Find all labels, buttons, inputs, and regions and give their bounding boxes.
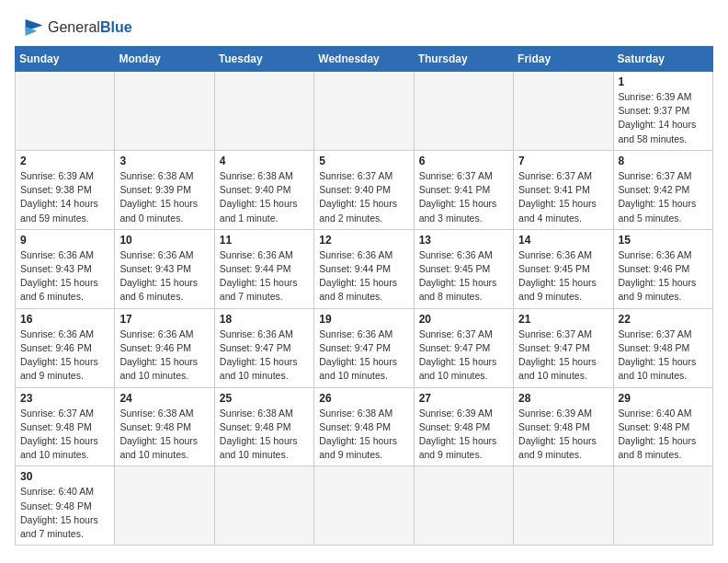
calendar-cell xyxy=(214,72,313,151)
day-info: Sunrise: 6:38 AMSunset: 9:48 PMDaylight:… xyxy=(319,407,408,463)
weekday-header-sunday: Sunday xyxy=(16,47,115,72)
day-info: Sunrise: 6:36 AMSunset: 9:45 PMDaylight:… xyxy=(419,248,508,304)
day-info: Sunrise: 6:37 AMSunset: 9:48 PMDaylight:… xyxy=(20,407,109,463)
day-number: 3 xyxy=(119,155,209,167)
calendar-cell: 13Sunrise: 6:36 AMSunset: 9:45 PMDayligh… xyxy=(414,229,513,308)
day-info: Sunrise: 6:38 AMSunset: 9:39 PMDaylight:… xyxy=(119,169,209,225)
calendar-cell: 15Sunrise: 6:36 AMSunset: 9:46 PMDayligh… xyxy=(613,229,712,308)
calendar-cell: 9Sunrise: 6:36 AMSunset: 9:43 PMDaylight… xyxy=(16,229,115,308)
calendar-cell xyxy=(115,72,214,151)
day-number: 24 xyxy=(119,392,209,405)
calendar-cell: 17Sunrise: 6:36 AMSunset: 9:46 PMDayligh… xyxy=(115,308,214,387)
weekday-header-tuesday: Tuesday xyxy=(214,47,313,72)
day-info: Sunrise: 6:36 AMSunset: 9:45 PMDaylight:… xyxy=(518,248,608,304)
day-number: 8 xyxy=(619,155,708,167)
day-info: Sunrise: 6:38 AMSunset: 9:48 PMDaylight:… xyxy=(220,407,309,463)
day-number: 5 xyxy=(319,155,408,167)
day-number: 19 xyxy=(319,313,408,326)
day-number: 14 xyxy=(518,234,608,247)
calendar-week-row: 2Sunrise: 6:39 AMSunset: 9:38 PMDaylight… xyxy=(16,150,713,229)
calendar-cell: 23Sunrise: 6:37 AMSunset: 9:48 PMDayligh… xyxy=(16,387,115,466)
calendar-cell: 27Sunrise: 6:39 AMSunset: 9:48 PMDayligh… xyxy=(414,387,513,466)
day-number: 22 xyxy=(619,313,708,326)
day-info: Sunrise: 6:39 AMSunset: 9:48 PMDaylight:… xyxy=(518,407,608,463)
calendar-cell: 11Sunrise: 6:36 AMSunset: 9:44 PMDayligh… xyxy=(214,229,313,308)
calendar-cell: 19Sunrise: 6:36 AMSunset: 9:47 PMDayligh… xyxy=(314,308,414,387)
day-info: Sunrise: 6:40 AMSunset: 9:48 PMDaylight:… xyxy=(20,485,109,541)
calendar-week-row: 16Sunrise: 6:36 AMSunset: 9:46 PMDayligh… xyxy=(16,308,713,387)
calendar-cell: 4Sunrise: 6:38 AMSunset: 9:40 PMDaylight… xyxy=(214,150,313,229)
day-number: 28 xyxy=(518,392,608,405)
weekday-header-monday: Monday xyxy=(115,47,214,72)
day-number: 9 xyxy=(20,234,109,247)
day-number: 7 xyxy=(518,155,608,167)
calendar-cell: 2Sunrise: 6:39 AMSunset: 9:38 PMDaylight… xyxy=(16,150,115,229)
weekday-header-thursday: Thursday xyxy=(414,47,513,72)
day-number: 2 xyxy=(20,155,109,167)
calendar-week-row: 9Sunrise: 6:36 AMSunset: 9:43 PMDaylight… xyxy=(16,229,713,308)
generalblue-logo-icon xyxy=(15,15,44,40)
calendar-cell: 29Sunrise: 6:40 AMSunset: 9:48 PMDayligh… xyxy=(613,387,712,466)
day-info: Sunrise: 6:38 AMSunset: 9:40 PMDaylight:… xyxy=(220,169,309,225)
day-info: Sunrise: 6:36 AMSunset: 9:47 PMDaylight:… xyxy=(220,327,309,384)
calendar-cell: 30Sunrise: 6:40 AMSunset: 9:48 PMDayligh… xyxy=(16,466,115,546)
day-number: 1 xyxy=(619,75,708,88)
calendar-cell: 6Sunrise: 6:37 AMSunset: 9:41 PMDaylight… xyxy=(414,150,513,229)
day-number: 12 xyxy=(319,234,408,247)
calendar-cell: 28Sunrise: 6:39 AMSunset: 9:48 PMDayligh… xyxy=(514,387,613,466)
calendar-week-row: 23Sunrise: 6:37 AMSunset: 9:48 PMDayligh… xyxy=(16,387,713,466)
calendar-cell: 26Sunrise: 6:38 AMSunset: 9:48 PMDayligh… xyxy=(314,387,414,466)
calendar-week-row: 30Sunrise: 6:40 AMSunset: 9:48 PMDayligh… xyxy=(16,466,713,546)
day-number: 11 xyxy=(220,234,309,247)
day-info: Sunrise: 6:36 AMSunset: 9:43 PMDaylight:… xyxy=(20,248,109,304)
day-number: 17 xyxy=(119,313,209,326)
calendar-cell xyxy=(314,72,414,151)
weekday-header-saturday: Saturday xyxy=(613,47,712,72)
day-info: Sunrise: 6:39 AMSunset: 9:37 PMDaylight:… xyxy=(619,90,708,146)
day-number: 25 xyxy=(220,392,309,405)
calendar-cell xyxy=(115,466,214,546)
day-info: Sunrise: 6:36 AMSunset: 9:44 PMDaylight:… xyxy=(220,248,309,304)
day-info: Sunrise: 6:36 AMSunset: 9:47 PMDaylight:… xyxy=(319,327,408,384)
day-info: Sunrise: 6:37 AMSunset: 9:48 PMDaylight:… xyxy=(619,327,708,384)
calendar-cell: 18Sunrise: 6:36 AMSunset: 9:47 PMDayligh… xyxy=(214,308,313,387)
calendar-cell: 8Sunrise: 6:37 AMSunset: 9:42 PMDaylight… xyxy=(613,150,712,229)
calendar-cell xyxy=(414,72,513,151)
weekday-header-wednesday: Wednesday xyxy=(314,47,414,72)
logo: GeneralBlue xyxy=(15,15,132,40)
calendar-cell: 10Sunrise: 6:36 AMSunset: 9:43 PMDayligh… xyxy=(115,229,214,308)
calendar-week-row: 1Sunrise: 6:39 AMSunset: 9:37 PMDaylight… xyxy=(16,72,713,151)
calendar-cell: 1Sunrise: 6:39 AMSunset: 9:37 PMDaylight… xyxy=(613,72,712,151)
calendar-cell: 22Sunrise: 6:37 AMSunset: 9:48 PMDayligh… xyxy=(613,308,712,387)
calendar-cell: 5Sunrise: 6:37 AMSunset: 9:40 PMDaylight… xyxy=(314,150,414,229)
day-info: Sunrise: 6:36 AMSunset: 9:46 PMDaylight:… xyxy=(20,327,109,384)
day-number: 27 xyxy=(419,392,508,405)
calendar-cell: 12Sunrise: 6:36 AMSunset: 9:44 PMDayligh… xyxy=(314,229,414,308)
calendar-cell: 24Sunrise: 6:38 AMSunset: 9:48 PMDayligh… xyxy=(115,387,214,466)
day-info: Sunrise: 6:40 AMSunset: 9:48 PMDaylight:… xyxy=(619,407,708,463)
calendar-cell: 14Sunrise: 6:36 AMSunset: 9:45 PMDayligh… xyxy=(514,229,613,308)
day-info: Sunrise: 6:37 AMSunset: 9:41 PMDaylight:… xyxy=(419,169,508,225)
day-info: Sunrise: 6:37 AMSunset: 9:47 PMDaylight:… xyxy=(419,327,508,384)
calendar-cell: 7Sunrise: 6:37 AMSunset: 9:41 PMDaylight… xyxy=(514,150,613,229)
day-info: Sunrise: 6:37 AMSunset: 9:47 PMDaylight:… xyxy=(518,327,608,384)
day-info: Sunrise: 6:39 AMSunset: 9:38 PMDaylight:… xyxy=(20,169,109,225)
day-number: 30 xyxy=(20,470,109,483)
calendar-cell xyxy=(613,466,712,546)
day-number: 6 xyxy=(419,155,508,167)
day-number: 21 xyxy=(518,313,608,326)
calendar-cell xyxy=(514,466,613,546)
calendar-cell xyxy=(314,466,414,546)
weekday-header-friday: Friday xyxy=(514,47,613,72)
calendar-cell xyxy=(414,466,513,546)
calendar-cell: 21Sunrise: 6:37 AMSunset: 9:47 PMDayligh… xyxy=(514,308,613,387)
logo-text: GeneralBlue xyxy=(48,19,132,36)
day-info: Sunrise: 6:36 AMSunset: 9:44 PMDaylight:… xyxy=(319,248,408,304)
day-info: Sunrise: 6:36 AMSunset: 9:43 PMDaylight:… xyxy=(119,248,209,304)
calendar-cell xyxy=(514,72,613,151)
header: GeneralBlue xyxy=(15,15,713,40)
day-number: 26 xyxy=(319,392,408,405)
day-number: 16 xyxy=(20,313,109,326)
calendar-cell xyxy=(214,466,313,546)
day-info: Sunrise: 6:37 AMSunset: 9:40 PMDaylight:… xyxy=(319,169,408,225)
